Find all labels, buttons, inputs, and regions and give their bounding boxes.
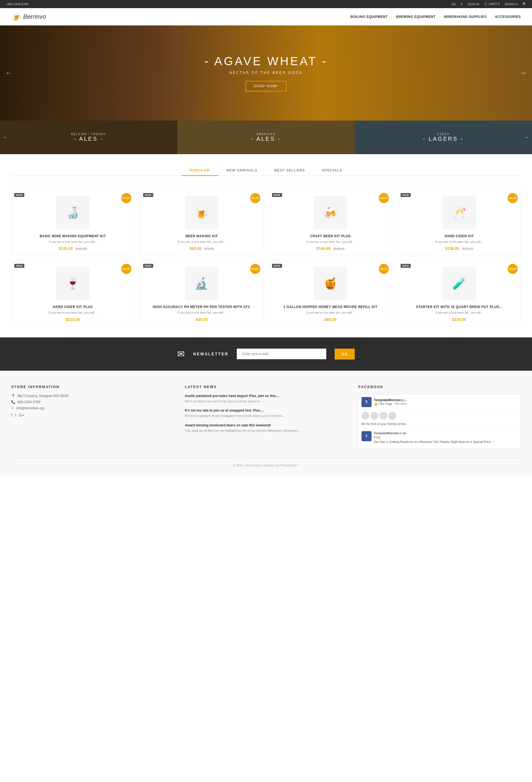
footer-facebook: FACEBOOK T TemplateMonster.c... 👍 Like P… [358,385,521,449]
category-strip: ← BELGIAN / FRENCH - ALES - AMERICAN - A… [0,120,532,154]
social-links: f t G+ [11,413,174,418]
news-title-1[interactable]: Austin passbook pre-sales have begun! Pl… [185,394,347,398]
badge-new-6: NEW [272,264,282,268]
tab-best-sellers[interactable]: BEST SELLERS [266,165,313,176]
product-old-price-3: $170.00 [462,247,473,250]
badge-sale-1: SALE! [250,193,260,203]
product-desc-0: If you are a true beer fan, you will... [16,240,130,244]
badge-sale-5: SALE! [250,264,260,274]
product-card-1[interactable]: NEW SALE! 🍺 BEER MAKING KIT If you are a… [140,190,263,255]
product-card-0[interactable]: NEW SALE! 🍶 BASIC WINE MAKING EQUIPMENT … [11,190,135,255]
product-name-5: HIGH ACCURACY PH METER PH PEN TESTER WIT… [145,305,259,309]
store-info-heading: STORE INFORMATION [11,385,174,389]
product-image-0: 🍶 [16,194,130,231]
product-desc-2: If you are a true beer fan, you will... [273,240,388,244]
search-link[interactable]: SEARCH [505,2,518,6]
news-item-2: It's not too late to join us at untapped… [185,408,347,418]
news-title-2[interactable]: It's not too late to join us at untapped… [185,408,347,413]
fb-like-label[interactable]: 👍 Like Page 95k likes [374,402,407,406]
fb-divider-2 [362,429,518,429]
product-image-3: 🥂 [402,194,516,231]
fb-friends-text: Be the first of your friends to this [362,422,406,426]
news-desc-2: Berrinvo is going to Austin Untapped Fes… [185,414,347,418]
badge-new-1: NEW [143,193,153,197]
footer: STORE INFORMATION 📍 My Company, Glasgow … [0,371,532,475]
newsletter-section: ✉ NEWSLETTER OK [0,337,532,371]
phone-icon: 📞 [11,400,15,404]
cat-title-3: - LAGERS - [423,136,464,142]
product-emoji-3: 🥂 [443,196,476,229]
hero-next-button[interactable]: → [520,69,526,77]
hero-title: - AGAVE WHEAT - [204,55,327,68]
news-heading: LATEST NEWS [185,385,347,389]
news-title-3[interactable]: Award winning boulevard beers on sale th… [185,423,347,427]
product-card-5[interactable]: NEW SALE! 🔬 HIGH ACCURACY PH METER PH PE… [140,261,263,326]
product-price-0: $120.00 $155.00 [16,246,130,251]
cat-prev-arrow[interactable]: ← [3,135,7,140]
category-belgian-ales[interactable]: ← BELGIAN / FRENCH - ALES - [0,120,177,154]
cat-subtitle-3: CZECH [437,133,450,136]
twitter-link[interactable]: t [15,413,16,418]
product-card-3[interactable]: NEW SALE! 🥂 HARD CIDER KIT If you are a … [397,190,521,255]
product-old-price-1: $70.00 [204,247,214,250]
badge-new-4: NEW [14,264,24,268]
badge-new-7: NEW [401,264,411,268]
newsletter-input[interactable] [237,349,326,359]
fb-post: T TemplateMonster.c on 4 hrs Our Star is… [362,431,518,444]
product-image-7: 🧪 [402,265,516,301]
news-desc-3: This week we at Berrinvo are highlightin… [185,428,347,433]
facebook-link[interactable]: f [11,413,12,418]
news-desc-1: We're excited to be one of only about a … [185,399,347,404]
hero-prev-button[interactable]: ← [6,69,12,77]
fb-post-avatar: T [362,431,372,441]
fb-post-text: Our Star is Getting Ready for it's #Rele… [374,440,495,443]
product-image-6: 🍯 [273,265,388,301]
store-address: 📍 My Company, Glasgow D04 89GR [11,394,174,398]
fb-avatar-3 [379,412,387,420]
product-emoji-7: 🧪 [443,266,476,300]
search-icon[interactable]: 🔍 [523,2,526,6]
cat-title-2: - ALES - [251,136,281,142]
hero-subtitle: NECTAR OF THE BEER GODS [204,71,327,75]
fb-avatar-1 [362,412,369,420]
email-icon: ✉ [11,406,14,410]
category-czech-lagers[interactable]: CZECH - LAGERS - → [355,120,532,154]
googleplus-link[interactable]: G+ [19,413,24,418]
tab-specials[interactable]: SPECIALS [313,165,350,176]
product-image-5: 🔬 [145,265,259,301]
nav-winemaking[interactable]: WINEMAKING SUPPLIES [444,15,486,19]
product-card-7[interactable]: NEW SALE! 🧪 STARTER KIT WITH 32 QUART BR… [397,261,521,326]
nav-brewing[interactable]: BREWING EQUIPMENT [396,15,435,19]
product-name-3: HARD CIDER KIT [402,234,516,238]
product-name-4: HARD CIDER KIT PLUS [16,305,130,309]
tab-new-arrivals[interactable]: NEW ARRIVALS [218,165,266,176]
product-card-6[interactable]: NEW SALE! 🍯 1 GALLON HOPPED HONEY MEAD R… [269,261,392,326]
product-name-2: CRAFT BEER KIT PLUS [273,234,388,238]
product-desc-7: If you are a true beer fan, you will... [402,311,516,315]
product-desc-1: If you are a true beer fan, you will... [145,240,259,244]
category-american-ales[interactable]: AMERICAN - ALES - [177,120,354,154]
cart-icon[interactable]: 🛒 CART 0 [484,2,500,6]
product-card-4[interactable]: NEW SALE! 🍷 HARD CIDER KIT PLUS If you a… [11,261,135,326]
product-card-2[interactable]: NEW SALE! 🍻 CRAFT BEER KIT PLUS If you a… [269,190,392,255]
newsletter-submit-button[interactable]: OK [335,349,355,359]
hero-cta-button[interactable]: SHOP NOW! [245,81,287,92]
tab-popular[interactable]: POPULAR [182,165,218,176]
sign-in-link[interactable]: SIGN IN [467,2,479,6]
logo[interactable]: 🍺 Berrinvo [11,12,46,21]
product-price-4: $210.00 [16,317,130,322]
product-image-2: 🍻 [273,194,388,231]
nav-boiling[interactable]: BOILING EQUIPMENT [350,15,388,19]
product-desc-3: If you are a true beer fan, you will... [402,240,516,244]
cat-subtitle-2: AMERICAN [256,133,276,136]
language-selector[interactable]: EN [452,2,456,6]
product-old-price-0: $155.00 [76,247,87,250]
cat-next-arrow[interactable]: → [525,135,529,140]
product-name-0: BASIC WINE MAKING EQUIPMENT KIT [16,234,130,238]
product-tabs: POPULAR NEW ARRIVALS BEST SELLERS SPECIA… [11,165,521,176]
product-name-6: 1 GALLON HOPPED HONEY MEAD RECIPE REFILL… [273,305,388,309]
product-emoji-4: 🍷 [56,266,89,300]
newsletter-label: NEWSLETTER [193,352,228,356]
currency-selector[interactable]: $ [461,2,462,6]
nav-accessories[interactable]: ACCESSORIES [495,15,521,19]
